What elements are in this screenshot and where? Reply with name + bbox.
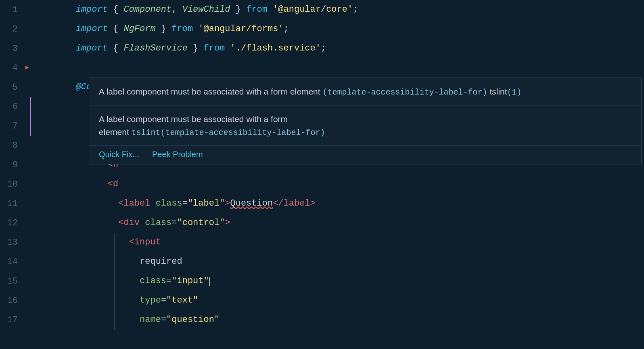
peek-problem-button[interactable]: Peek Problem (152, 150, 203, 159)
gutter-4: ► (24, 64, 30, 71)
token-space-3 (225, 43, 230, 53)
token-semi-3: ; (321, 43, 326, 53)
hover-accessor-mono: (template-accessibility-label-for) (322, 88, 487, 97)
text-cursor (209, 277, 210, 286)
token-indent-17 (76, 315, 140, 325)
token-import-3: import (76, 43, 108, 53)
token-name-attr: name (140, 315, 161, 325)
token-control-value: "control" (177, 218, 225, 228)
token-div-gt: > (225, 218, 230, 228)
hover-tslint-2: tslint(template-accessibility-label-for) (132, 128, 325, 137)
token-equals-17: = (161, 315, 166, 325)
token-flashservice: FlashService (123, 43, 187, 53)
hover-section-2: A label component must be associated wit… (89, 105, 641, 146)
token-question-value: "question" (166, 315, 220, 325)
hover-section-1: A label component must be associated wit… (89, 78, 641, 105)
line-number-10: 10 (0, 179, 24, 189)
line-number-1: 1 (0, 5, 24, 15)
code-area: 1 import { Component, ViewChild } from '… (0, 0, 644, 349)
token-question-text: Question (230, 198, 273, 208)
editor-container: 1 import { Component, ViewChild } from '… (0, 0, 644, 349)
line-number-6: 6 (0, 102, 24, 112)
line-number-5: 5 (0, 82, 24, 93)
code-line-3: 3 import { FlashService } from './flash.… (0, 39, 644, 58)
line-number-14: 14 (0, 257, 24, 267)
token-label-close: </label> (273, 198, 316, 208)
token-semi-1: ; (353, 4, 358, 15)
line-number-16: 16 (0, 296, 24, 306)
line-number-17: 17 (0, 315, 24, 325)
line-number-7: 7 (0, 121, 24, 131)
code-line-17: 17 name="question" (0, 310, 644, 330)
line-number-11: 11 (0, 199, 24, 209)
line-number-4: 4 (0, 63, 24, 73)
hover-tslint-num: (1) (507, 88, 522, 97)
token-brace-3b: } (188, 43, 204, 53)
line-number-8: 8 (0, 141, 24, 151)
token-from-3: from (204, 43, 225, 53)
hover-text-1: A label component must be associated wit… (99, 87, 322, 96)
line-number-12: 12 (0, 218, 24, 228)
line-number-3: 3 (0, 44, 24, 54)
token-brace-3: { (108, 43, 124, 53)
hover-tslint-1: tslint (487, 87, 507, 96)
token-equals-12: = (171, 218, 177, 228)
indent-bar-17 (114, 310, 115, 330)
hover-actions: Quick Fix... Peek Problem (89, 146, 641, 164)
line-number-13: 13 (0, 238, 24, 248)
line-number-15: 15 (0, 276, 24, 286)
token-string-3: './flash.service' (230, 43, 321, 53)
line-content-17: name="question" (30, 291, 220, 349)
hover-widget: A label component must be associated wit… (89, 78, 642, 164)
line-number-9: 9 (0, 160, 24, 170)
quick-fix-button[interactable]: Quick Fix... (99, 150, 139, 159)
debug-arrow: ► (25, 64, 29, 71)
line-number-2: 2 (0, 24, 24, 34)
